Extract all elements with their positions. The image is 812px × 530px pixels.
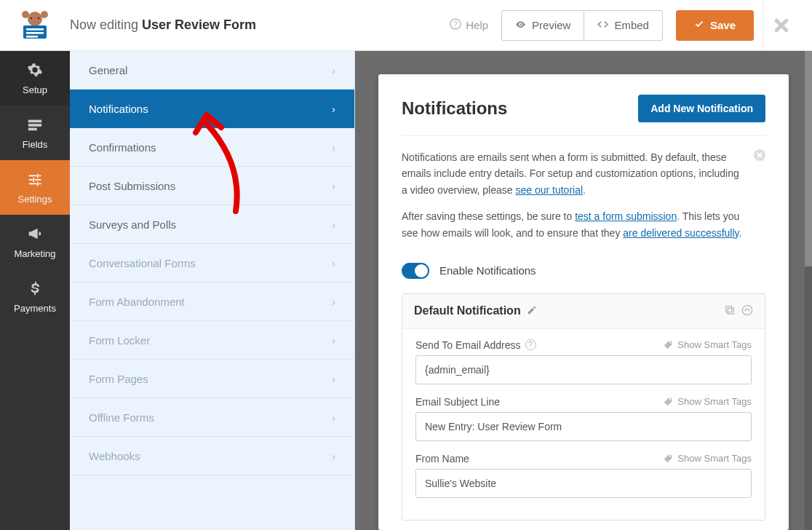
subject-label: Email Subject Line: [415, 396, 500, 408]
enable-notifications-toggle[interactable]: [402, 263, 429, 279]
svg-rect-13: [28, 124, 41, 127]
chevron-right-icon: ›: [332, 257, 335, 269]
code-icon: [597, 19, 608, 32]
svg-text:?: ?: [453, 20, 458, 28]
settings-submenu: General›Notifications›Confirmations›Post…: [70, 51, 355, 530]
send-to-input[interactable]: [415, 355, 752, 384]
bullhorn-icon: [27, 226, 43, 244]
from-name-label-row: From Name Show Smart Tags: [415, 453, 752, 464]
rail-payments[interactable]: Payments: [0, 269, 70, 324]
smart-tags-send-to[interactable]: Show Smart Tags: [663, 339, 752, 350]
clone-notification-button[interactable]: [724, 304, 736, 318]
smart-tags-subject[interactable]: Show Smart Tags: [663, 396, 752, 407]
builder-body: Setup Fields Settings Marketing Payments…: [0, 51, 812, 530]
sliders-icon: [27, 171, 43, 189]
delivered-link[interactable]: are delivered successfully: [623, 227, 739, 239]
settings-item-label: Surveys and Polls: [89, 218, 176, 231]
from-name-field: From Name Show Smart Tags: [415, 453, 752, 498]
rail-settings[interactable]: Settings: [0, 160, 70, 215]
chevron-right-icon: ›: [332, 334, 335, 347]
svg-rect-12: [28, 119, 41, 122]
send-to-field: Send To Email Address ? Show Smart Tags: [415, 339, 752, 384]
rail-payments-label: Payments: [14, 303, 56, 314]
default-notification-card: Default Notification Send To Email Addre…: [402, 293, 765, 521]
settings-item-offline[interactable]: Offline Forms›: [70, 398, 354, 437]
dismiss-description-button[interactable]: [754, 149, 765, 165]
collapse-notification-button[interactable]: [741, 304, 753, 318]
test-submission-link[interactable]: test a form submission: [575, 210, 677, 222]
from-name-input[interactable]: [415, 469, 752, 498]
svg-rect-7: [26, 32, 44, 34]
svg-point-11: [520, 23, 522, 25]
subject-label-row: Email Subject Line Show Smart Tags: [415, 396, 752, 408]
settings-item-notifications[interactable]: Notifications›: [70, 90, 354, 128]
edit-title-button[interactable]: [521, 305, 537, 317]
chevron-right-icon: ›: [332, 180, 335, 192]
svg-rect-16: [728, 308, 733, 314]
save-button[interactable]: Save: [676, 10, 754, 41]
settings-item-confirmations[interactable]: Confirmations›: [70, 128, 354, 167]
tag-icon: [663, 340, 673, 350]
preview-canvas: Notifications Add New Notification Notif…: [355, 51, 812, 530]
settings-item-label: Notifications: [89, 103, 148, 115]
chevron-right-icon: ›: [332, 103, 335, 115]
gear-icon: [27, 62, 43, 80]
embed-button[interactable]: Embed: [584, 10, 663, 41]
settings-item-surveys_polls[interactable]: Surveys and Polls›: [70, 205, 354, 244]
enable-notifications-row: Enable Notifications: [402, 254, 765, 293]
svg-point-18: [742, 305, 752, 315]
scrollbar-thumb[interactable]: [805, 51, 812, 266]
preview-embed-group: Preview Embed: [501, 10, 663, 41]
notification-title: Default Notification: [414, 304, 521, 317]
svg-point-4: [38, 17, 40, 19]
eye-icon: [515, 19, 526, 32]
settings-item-label: Offline Forms: [89, 411, 154, 424]
left-rail: Setup Fields Settings Marketing Payments: [0, 51, 70, 530]
chevron-right-icon: ›: [332, 411, 335, 424]
fields-icon: [27, 116, 43, 135]
subject-input[interactable]: [415, 412, 752, 441]
settings-item-webhooks[interactable]: Webhooks›: [70, 437, 354, 475]
help-icon: ?: [450, 18, 461, 32]
enable-notifications-label: Enable Notifications: [439, 264, 536, 277]
form-title: User Review Form: [142, 17, 256, 32]
svg-point-2: [41, 11, 48, 18]
rail-marketing-label: Marketing: [14, 248, 55, 259]
close-icon: [754, 149, 765, 161]
svg-rect-14: [28, 127, 37, 130]
dollar-icon: [27, 280, 43, 298]
settings-item-label: General: [89, 64, 127, 76]
settings-item-locker[interactable]: Form Locker›: [70, 321, 354, 360]
settings-item-general[interactable]: General›: [70, 51, 354, 90]
canvas-scrollbar[interactable]: [805, 51, 812, 530]
rail-setup[interactable]: Setup: [0, 51, 70, 106]
rail-fields-label: Fields: [23, 139, 48, 150]
form-name: Now editing User Review Form: [70, 17, 450, 33]
chevron-right-icon: ›: [332, 64, 335, 76]
copy-icon: [724, 304, 736, 316]
tutorial-link[interactable]: see our tutorial: [515, 184, 583, 196]
svg-rect-6: [26, 28, 44, 31]
settings-item-conversational[interactable]: Conversational Forms›: [70, 244, 354, 282]
help-tooltip-icon[interactable]: ?: [525, 339, 536, 350]
settings-item-post_submissions[interactable]: Post Submissions›: [70, 167, 354, 205]
preview-button[interactable]: Preview: [501, 10, 584, 41]
desc-after: After saving these settings, be sure to: [402, 210, 575, 222]
chevron-up-icon: [741, 304, 753, 316]
svg-rect-8: [26, 36, 38, 38]
smart-tags-from-name[interactable]: Show Smart Tags: [663, 453, 752, 464]
close-builder-button[interactable]: [763, 0, 799, 51]
settings-item-abandonment[interactable]: Form Abandonment›: [70, 282, 354, 321]
editing-prefix: Now editing: [70, 17, 142, 32]
pencil-icon: [527, 305, 537, 315]
svg-point-1: [22, 11, 29, 18]
settings-item-label: Webhooks: [89, 450, 140, 462]
top-bar: Now editing User Review Form ? Help Prev…: [0, 0, 812, 51]
rail-settings-label: Settings: [18, 194, 52, 205]
rail-marketing[interactable]: Marketing: [0, 215, 70, 269]
rail-fields[interactable]: Fields: [0, 106, 70, 160]
help-link[interactable]: ? Help: [450, 18, 488, 32]
settings-item-pages[interactable]: Form Pages›: [70, 360, 354, 398]
settings-item-label: Confirmations: [89, 141, 156, 154]
add-new-notification-button[interactable]: Add New Notification: [638, 95, 765, 122]
